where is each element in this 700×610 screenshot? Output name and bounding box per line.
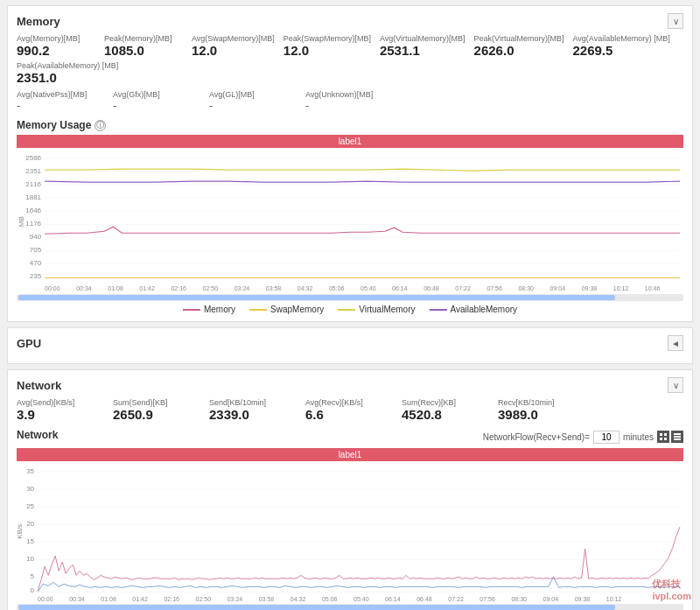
stat-label: Peak(AvailableMemory) [MB] — [17, 61, 118, 70]
stat-label: Send[KB/10min] — [209, 398, 288, 407]
memory-scrollbar[interactable] — [17, 294, 683, 301]
legend-item: VirtualMemory — [338, 305, 415, 314]
stat-label: Avg(NativePss)[MB] — [17, 90, 95, 99]
stat-label: Avg(Gfx)[MB] — [113, 90, 192, 99]
svg-text:08:30: 08:30 — [511, 597, 527, 602]
svg-text:07:22: 07:22 — [455, 285, 471, 291]
memory-stat-item: Peak(Memory)[MB]1085.0 — [104, 34, 183, 58]
svg-text:5: 5 — [31, 573, 35, 581]
network-stats: Avg(Send)[KB/s]3.9Sum(Send)[KB]2650.9Sen… — [17, 398, 683, 422]
network-section: Network ∨ Avg(Send)[KB/s]3.9Sum(Send)[KB… — [7, 369, 693, 610]
network-flow-control: NetworkFlow(Recv+Send)= minutes — [483, 431, 683, 444]
svg-text:06:48: 06:48 — [424, 285, 439, 291]
memory-stat-item: Avg(AvailableMemory) [MB]2269.5 — [572, 34, 669, 58]
memory-stat-item: Avg(VirtualMemory)[MB]2531.1 — [380, 34, 466, 58]
svg-text:09:04: 09:04 — [543, 597, 559, 602]
svg-text:00:34: 00:34 — [69, 597, 85, 602]
network-header: Network ∨ — [17, 377, 683, 393]
svg-text:08:30: 08:30 — [518, 285, 534, 291]
stat-label: Peak(VirtualMemory)[MB] — [474, 34, 564, 43]
svg-text:705: 705 — [30, 246, 42, 254]
memory-scrollbar-thumb — [18, 295, 615, 300]
svg-text:0: 0 — [31, 587, 35, 595]
svg-text:09:38: 09:38 — [582, 285, 598, 291]
svg-text:235: 235 — [30, 272, 42, 280]
svg-text:1881: 1881 — [25, 193, 41, 201]
svg-text:01:42: 01:42 — [132, 597, 148, 602]
svg-text:10:12: 10:12 — [613, 285, 629, 291]
network-flow-input[interactable] — [593, 431, 620, 444]
svg-rect-41 — [660, 433, 662, 436]
memory-stat-item: Avg(Memory)[MB]990.2 — [17, 34, 95, 58]
svg-text:06:14: 06:14 — [392, 285, 408, 291]
legend-label: SwapMemory — [270, 305, 324, 314]
stat-label: Avg(Recv)[KB/s] — [305, 398, 384, 407]
legend-label: VirtualMemory — [359, 305, 415, 314]
stat-value: - — [209, 99, 288, 112]
svg-text:04:32: 04:32 — [298, 285, 313, 291]
svg-text:03:58: 03:58 — [259, 597, 275, 602]
memory-stat-item: Peak(SwapMemory)[MB]12.0 — [284, 34, 371, 58]
svg-text:940: 940 — [30, 233, 42, 241]
network-flow-unit: minutes — [623, 432, 654, 442]
grid-icon-2[interactable] — [671, 431, 683, 443]
memory-stat-item: Peak(VirtualMemory)[MB]2626.0 — [474, 34, 564, 58]
gpu-toggle[interactable]: ◄ — [668, 335, 683, 351]
svg-text:2586: 2586 — [25, 154, 41, 162]
stat-label: Sum(Recv)[KB] — [402, 398, 480, 407]
svg-text:06:14: 06:14 — [385, 597, 401, 602]
memory-stat-item: Avg(SwapMemory)[MB]12.0 — [192, 34, 275, 58]
svg-text:09:04: 09:04 — [550, 285, 566, 291]
network-stat-item: Avg(Recv)[KB/s]6.6 — [305, 398, 384, 422]
stat-value: 2269.5 — [572, 43, 669, 58]
svg-text:1646: 1646 — [25, 207, 41, 214]
network-toggle[interactable]: ∨ — [668, 377, 683, 393]
svg-text:07:56: 07:56 — [480, 597, 495, 602]
svg-text:02:50: 02:50 — [196, 597, 212, 602]
svg-text:15: 15 — [26, 538, 34, 546]
svg-text:00:34: 00:34 — [76, 285, 92, 291]
svg-text:2351: 2351 — [25, 167, 41, 175]
legend-line — [338, 309, 355, 311]
memory-header: Memory ∨ — [17, 13, 683, 29]
network-stat-item: Sum(Send)[KB]2650.9 — [113, 398, 192, 422]
memory-stat-item-row2: Avg(Unknown)[MB]- — [305, 90, 384, 112]
svg-text:05:40: 05:40 — [360, 285, 376, 291]
memory-title: Memory — [17, 15, 60, 28]
network-scrollbar-thumb — [18, 605, 615, 610]
svg-text:07:22: 07:22 — [448, 597, 464, 602]
memory-chart: label1 2586 2351 2116 1881 1646 1176 940… — [17, 135, 683, 314]
stat-value: 2650.9 — [113, 407, 192, 422]
memory-info-icon[interactable]: ⓘ — [94, 120, 106, 131]
stat-value: 4520.8 — [402, 407, 480, 422]
network-scrollbar[interactable] — [17, 604, 683, 610]
network-chart-title: Network — [17, 429, 58, 441]
network-stat-item: Sum(Recv)[KB]4520.8 — [402, 398, 480, 422]
gpu-section: GPU ◄ — [7, 327, 693, 364]
grid-icon-1[interactable] — [657, 431, 669, 443]
network-title: Network — [17, 379, 61, 392]
stat-value: 2351.0 — [17, 70, 118, 85]
memory-stats-row2: Avg(NativePss)[MB]-Avg(Gfx)[MB]-Avg(GL)[… — [17, 90, 683, 112]
stat-label: Peak(SwapMemory)[MB] — [284, 34, 371, 43]
network-chart-label: label1 — [17, 448, 683, 461]
stat-label: Avg(Memory)[MB] — [17, 34, 95, 43]
stat-value: 12.0 — [284, 43, 371, 58]
svg-text:01:08: 01:08 — [101, 597, 116, 602]
stat-label: Peak(Memory)[MB] — [104, 34, 183, 43]
svg-text:02:16: 02:16 — [164, 597, 179, 602]
svg-text:30: 30 — [26, 486, 34, 494]
legend-item: Memory — [183, 305, 235, 314]
stat-label: Avg(GL)[MB] — [209, 90, 288, 99]
svg-rect-46 — [674, 436, 681, 438]
stat-value: - — [113, 99, 192, 112]
svg-text:01:08: 01:08 — [108, 285, 123, 291]
svg-text:02:50: 02:50 — [203, 285, 219, 291]
legend-line — [430, 309, 447, 311]
stat-label: Recv[KB/10min] — [498, 398, 577, 407]
svg-text:470: 470 — [30, 259, 42, 267]
memory-toggle[interactable]: ∨ — [668, 13, 683, 29]
memory-stat-item-row2: Avg(Gfx)[MB]- — [113, 90, 192, 112]
network-stat-item: Avg(Send)[KB/s]3.9 — [17, 398, 95, 422]
svg-text:03:24: 03:24 — [234, 285, 250, 291]
